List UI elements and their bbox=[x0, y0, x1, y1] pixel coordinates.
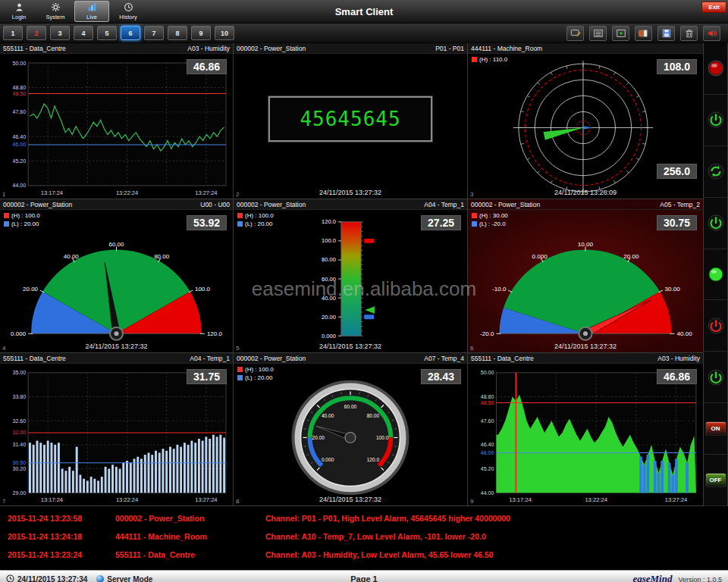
power-green-1-button[interactable] bbox=[707, 111, 725, 129]
save-icon[interactable] bbox=[657, 26, 675, 41]
legend: (H) : 100.0(L) : 20.00 bbox=[237, 366, 274, 383]
digital-display: 45645645 bbox=[268, 96, 432, 142]
value-badge: 27.25 bbox=[421, 215, 461, 230]
panel-channel-label: A07 - Temp_4 bbox=[424, 355, 464, 362]
alarm-row[interactable]: 2015-11-24 13:23:58000002 - Power_Statio… bbox=[0, 509, 728, 527]
svg-text:33.80: 33.80 bbox=[13, 394, 27, 399]
page-tab-10[interactable]: 10 bbox=[215, 26, 234, 40]
chart-gauge-semi: 0.00020.0040.0060.0080.00100.0120.0 bbox=[0, 210, 233, 352]
alarm-list: 2015-11-24 13:23:58000002 - Power_Statio… bbox=[0, 506, 728, 570]
panel-channel-label: U00 - U00 bbox=[200, 201, 230, 208]
panel-station-label: 000002 - Power_Station bbox=[237, 45, 306, 52]
login-button[interactable]: Login bbox=[2, 1, 36, 22]
page-tab-7[interactable]: 7 bbox=[144, 26, 164, 40]
svg-text:13:17:24: 13:17:24 bbox=[509, 496, 532, 503]
panel-grid: ONOFF 555111 - Data_CentreA03 - Humidity… bbox=[0, 43, 728, 506]
on-button[interactable]: ON bbox=[705, 421, 726, 436]
panel-3: 444111 - Machine_Room(H) : 110.0108.0256… bbox=[468, 43, 704, 199]
alarm-station: 000002 - Power_Station bbox=[115, 514, 265, 523]
sidebar-cell bbox=[704, 95, 728, 146]
sidebar-cell: ON bbox=[704, 403, 728, 455]
power-green-3-button[interactable] bbox=[707, 368, 725, 386]
panel-channel-label: A03 - Humidity bbox=[657, 355, 700, 362]
svg-text:80.00: 80.00 bbox=[154, 253, 170, 260]
sidebar-cell bbox=[704, 198, 728, 249]
power-red-button[interactable] bbox=[707, 317, 725, 335]
alarm-row[interactable]: 2015-11-24 13:24:18444111 - Machine_Room… bbox=[0, 527, 728, 546]
panel-channel-label: A05 - Temp_2 bbox=[660, 201, 700, 208]
legend-label: (H) : 100.0 bbox=[245, 366, 274, 373]
live-button[interactable]: Live bbox=[74, 1, 109, 22]
svg-text:30.20: 30.20 bbox=[13, 466, 27, 471]
value-badge: 46.86 bbox=[187, 59, 227, 74]
panel-number: 8 bbox=[236, 498, 239, 505]
system-button[interactable]: System bbox=[38, 1, 73, 22]
logbook-icon[interactable] bbox=[635, 26, 652, 41]
svg-text:13:22:24: 13:22:24 bbox=[116, 189, 138, 196]
legend: (H) : 100.0(L) : 20.00 bbox=[237, 212, 274, 229]
svg-text:100.0: 100.0 bbox=[376, 435, 389, 440]
off-button-label: OFF bbox=[710, 477, 722, 483]
page-tab-9[interactable]: 9 bbox=[191, 26, 211, 40]
chart-vbar: 120.0100.080.0060.0040.0020.000.000 bbox=[234, 210, 467, 352]
page-tab-1[interactable]: 1 bbox=[3, 26, 23, 40]
off-button[interactable]: OFF bbox=[705, 473, 726, 487]
panel-number: 9 bbox=[470, 498, 473, 505]
svg-text:120.0: 120.0 bbox=[367, 457, 380, 462]
speaker-icon[interactable] bbox=[703, 26, 720, 41]
on-button-label: ON bbox=[711, 425, 720, 432]
svg-text:47.60: 47.60 bbox=[481, 418, 494, 424]
page-tab-8[interactable]: 8 bbox=[168, 26, 187, 40]
channel-list-icon[interactable] bbox=[589, 26, 607, 41]
clock-icon bbox=[124, 2, 133, 14]
panel-timestamp: 24/11/2015 13:27:32 bbox=[468, 343, 703, 350]
legend-label: (H) : 30.00 bbox=[479, 212, 508, 219]
chart-area: 50.0048.8047.6046.4045.2044.0048.5046.00… bbox=[468, 364, 703, 505]
sidebar-cell bbox=[704, 352, 728, 403]
svg-text:20.00: 20.00 bbox=[322, 314, 336, 321]
svg-text:20.00: 20.00 bbox=[312, 435, 325, 440]
legend: (H) : 110.0 bbox=[472, 56, 507, 64]
alarm-row[interactable]: 2015-11-24 13:23:24555111 - Data_CentreC… bbox=[0, 546, 728, 564]
chart-bar: 35.0033.8032.6031.4030.2029.0032.0030.50… bbox=[0, 364, 233, 505]
panel-number: 1 bbox=[2, 191, 5, 198]
svg-text:20.00: 20.00 bbox=[623, 253, 639, 260]
screen-edit-icon[interactable] bbox=[566, 26, 584, 41]
trash-icon[interactable] bbox=[680, 26, 698, 41]
panel-2: 000002 - Power_StationP01 - P01456456452… bbox=[234, 43, 468, 199]
sidebar-cell bbox=[704, 300, 728, 352]
page-tab-2[interactable]: 2 bbox=[27, 26, 46, 40]
legend-label: (H) : 100.0 bbox=[11, 212, 40, 219]
sidebar-cell: OFF bbox=[704, 455, 728, 506]
power-green-2-button[interactable] bbox=[707, 214, 725, 232]
estop-button[interactable] bbox=[707, 59, 725, 77]
legend-swatch bbox=[237, 367, 243, 372]
svg-text:0.000: 0.000 bbox=[532, 253, 548, 260]
tab-row: 12345678910 bbox=[0, 23, 728, 43]
page-tab-5[interactable]: 5 bbox=[97, 26, 117, 40]
panel-1: 555111 - Data_CentreA03 - Humidity50.004… bbox=[0, 43, 234, 199]
legend: (H) : 100.0(L) : 20.00 bbox=[4, 212, 40, 229]
clock-icon bbox=[6, 574, 14, 582]
page-tab-6[interactable]: 6 bbox=[121, 26, 140, 40]
history-button[interactable]: History bbox=[111, 1, 146, 22]
refresh-button[interactable] bbox=[707, 162, 725, 180]
panel-timestamp: 24/11/2015 13:27:32 bbox=[234, 343, 467, 350]
page-tab-4[interactable]: 4 bbox=[74, 26, 93, 40]
exit-button[interactable]: Exit bbox=[701, 2, 726, 13]
svg-text:80.00: 80.00 bbox=[367, 413, 380, 418]
page-tab-3[interactable]: 3 bbox=[50, 26, 70, 40]
playback-icon[interactable] bbox=[612, 26, 629, 41]
svg-text:13:17:24: 13:17:24 bbox=[41, 496, 63, 503]
chart-bars-icon bbox=[87, 2, 97, 14]
svg-text:35.00: 35.00 bbox=[13, 370, 27, 375]
svg-text:46.00: 46.00 bbox=[13, 142, 27, 147]
panel-8: 000002 - Power_StationA07 - Temp_40.0002… bbox=[234, 353, 468, 506]
svg-text:50.00: 50.00 bbox=[13, 61, 27, 66]
legend-label: (L) : 20.00 bbox=[245, 221, 272, 227]
chart-line: 50.0048.8047.6046.4045.2044.0048.5046.00… bbox=[0, 54, 233, 199]
svg-text:40.00: 40.00 bbox=[322, 413, 334, 418]
user-icon bbox=[14, 2, 24, 14]
legend-label: (L) : -20.0 bbox=[479, 221, 506, 227]
panel-number: 2 bbox=[236, 191, 239, 198]
